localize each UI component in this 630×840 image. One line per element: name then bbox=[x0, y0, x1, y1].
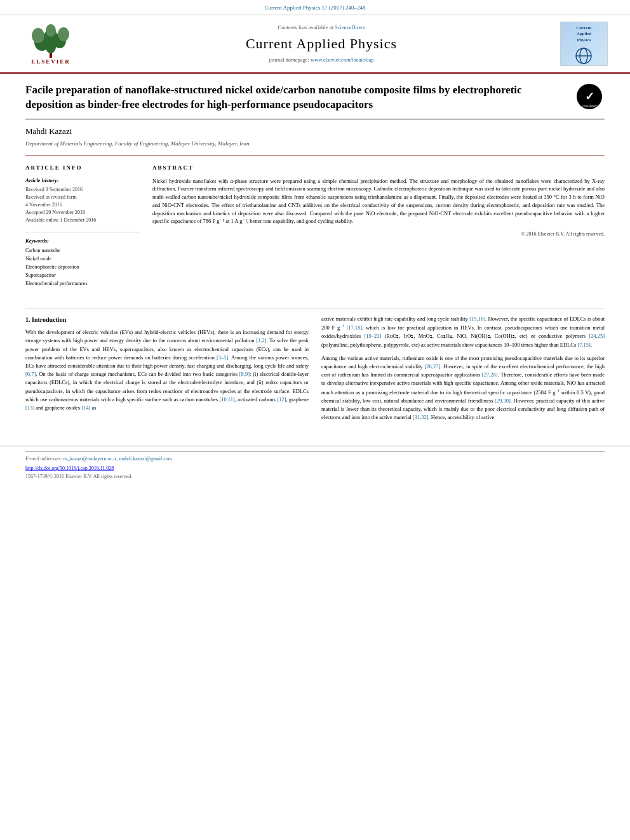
main-body: 1. Introduction With the development of … bbox=[25, 308, 605, 427]
sciencedirect-text: Contents lists available at ScienceDirec… bbox=[83, 24, 560, 32]
intro-section-title: 1. Introduction bbox=[25, 315, 309, 324]
citation-13[interactable]: [13] bbox=[25, 404, 34, 411]
citation-14[interactable]: [14] bbox=[81, 404, 90, 411]
abstract-heading: ABSTRACT bbox=[152, 164, 605, 172]
journal-logo-box: Current Applied Physics bbox=[560, 22, 608, 66]
abstract-column: ABSTRACT Nickel hydroxide nanoflakes wit… bbox=[152, 164, 605, 295]
intro-paragraph-3: Among the various active materials, ruth… bbox=[321, 354, 605, 422]
elsevier-tree-icon bbox=[24, 23, 78, 61]
article-title: Facile preparation of nanoflake-structur… bbox=[25, 83, 576, 112]
doi-link[interactable]: http://dx.doi.org/10.1016/j.cap.2016.11.… bbox=[25, 465, 114, 471]
journal-title: Current Applied Physics bbox=[83, 34, 560, 54]
section-number: 1. bbox=[25, 316, 30, 323]
body-left-column: 1. Introduction With the development of … bbox=[25, 315, 309, 427]
citation-27-28[interactable]: [27,28] bbox=[482, 371, 498, 378]
article-history-label: Article history: bbox=[25, 177, 140, 185]
email-label: E-mail addresses: bbox=[25, 456, 62, 462]
article-info-column: ARTICLE INFO Article history: Received 3… bbox=[25, 164, 140, 295]
svg-text:CrossMark: CrossMark bbox=[582, 104, 598, 108]
keyword-3: Electrophoretic deposition bbox=[25, 263, 140, 272]
keywords-section: Keywords: Carbon nanotube Nickel oxide E… bbox=[25, 237, 140, 288]
logo-line2: Applied bbox=[576, 31, 591, 37]
journal-header: ELSEVIER Contents lists available at Sci… bbox=[0, 15, 630, 74]
svg-point-5 bbox=[32, 28, 44, 43]
email-link-1[interactable]: m_kazazi@malayeru.ac.ir bbox=[64, 456, 116, 462]
article-content: Facile preparation of nanoflake-structur… bbox=[0, 74, 630, 436]
received-revised-date: 4 November 2016 bbox=[25, 201, 140, 209]
crossmark-icon: ✓ CrossMark bbox=[576, 83, 603, 110]
received-date1: Received 3 September 2016 bbox=[25, 186, 140, 194]
journal-reference-link[interactable]: Current Applied Physics 17 (2017) 240–24… bbox=[264, 4, 365, 11]
journal-homepage: journal homepage: www.elsevier.com/locat… bbox=[83, 57, 560, 64]
page-footer: E-mail addresses: m_kazazi@malayeru.ac.i… bbox=[0, 446, 630, 486]
section-label: Introduction bbox=[32, 316, 66, 323]
footer-divider bbox=[25, 451, 605, 452]
article-body: ARTICLE INFO Article history: Received 3… bbox=[25, 156, 605, 295]
intro-paragraph-2: active materials exhibit high rate capab… bbox=[321, 315, 605, 349]
copyright-text: © 2016 Elsevier B.V. All rights reserved… bbox=[152, 230, 605, 237]
available-date: Available online 1 December 2016 bbox=[25, 217, 140, 224]
citation-15-16[interactable]: [15,16] bbox=[469, 316, 485, 322]
citation-3-5[interactable]: [3–5] bbox=[217, 354, 228, 361]
keyword-2: Nickel oxide bbox=[25, 255, 140, 263]
email-link-2[interactable]: mahdi.kazazi@gmail.com bbox=[119, 456, 172, 462]
citation-12[interactable]: [12] bbox=[277, 396, 286, 403]
journal-header-center: Contents lists available at ScienceDirec… bbox=[83, 24, 560, 64]
article-title-section: Facile preparation of nanoflake-structur… bbox=[25, 83, 605, 119]
citation-19-23[interactable]: [19–23] bbox=[364, 333, 381, 339]
body-right-column: active materials exhibit high rate capab… bbox=[321, 315, 605, 427]
sciencedirect-link[interactable]: ScienceDirect bbox=[335, 24, 365, 30]
intro-paragraph-1: With the development of electric vehicle… bbox=[25, 328, 309, 412]
top-bar: Current Applied Physics 17 (2017) 240–24… bbox=[0, 0, 630, 15]
citation-8-9[interactable]: [8,9] bbox=[239, 371, 250, 377]
citation-1-2[interactable]: [1,2] bbox=[256, 337, 266, 343]
svg-text:✓: ✓ bbox=[585, 90, 594, 103]
citation-17-18[interactable]: [17,18] bbox=[346, 324, 362, 331]
article-history-section: Article history: Received 3 September 20… bbox=[25, 177, 140, 225]
crossmark-badge: ✓ CrossMark bbox=[576, 83, 605, 112]
divider bbox=[25, 232, 140, 232]
elsevier-logo: ELSEVIER bbox=[19, 23, 83, 66]
keywords-label: Keywords: bbox=[25, 237, 140, 245]
elsevier-wordmark: ELSEVIER bbox=[31, 58, 70, 66]
citation-29-30[interactable]: [29,30] bbox=[495, 397, 511, 404]
keyword-4: Supercapacitor bbox=[25, 272, 140, 280]
svg-point-6 bbox=[58, 27, 69, 41]
author-affiliation: Department of Materials Engineering, Fac… bbox=[25, 140, 605, 148]
received-revised-label: Received in revised form bbox=[25, 194, 140, 201]
citation-26-27[interactable]: [26,27] bbox=[424, 363, 440, 370]
citation-10-11[interactable]: [10,11] bbox=[219, 396, 234, 403]
elsevier-logo-section: ELSEVIER bbox=[19, 23, 83, 66]
svg-point-7 bbox=[46, 24, 56, 37]
accepted-date: Accepted 29 November 2016 bbox=[25, 209, 140, 217]
footer-email: E-mail addresses: m_kazazi@malayeru.ac.i… bbox=[25, 455, 605, 462]
keyword-5: Electrochemical performances bbox=[25, 280, 140, 288]
citation-7-15[interactable]: [7,15] bbox=[577, 342, 591, 348]
journal-homepage-link[interactable]: www.elsevier.com/locate/cap bbox=[311, 57, 374, 63]
footer-doi: http://dx.doi.org/10.1016/j.cap.2016.11.… bbox=[25, 465, 605, 472]
footer-copyright: 1567-1739/© 2016 Elsevier B.V. All right… bbox=[25, 473, 605, 480]
abstract-text: Nickel hydroxide nanoflakes with α-phase… bbox=[152, 177, 605, 226]
journal-logo-graphic bbox=[570, 46, 598, 65]
page: Current Applied Physics 17 (2017) 240–24… bbox=[0, 0, 630, 840]
citation-31-32[interactable]: [31,32] bbox=[413, 414, 429, 420]
author-name: Mahdi Kazazi bbox=[25, 126, 605, 137]
journal-logo-box-section: Current Applied Physics bbox=[560, 22, 611, 66]
article-info-heading: ARTICLE INFO bbox=[25, 164, 140, 172]
logo-line1: Current bbox=[576, 25, 591, 32]
logo-line3: Physics bbox=[576, 37, 591, 44]
keyword-1: Carbon nanotube bbox=[25, 247, 140, 255]
citation-24-25[interactable]: [24,25] bbox=[589, 333, 605, 339]
citation-6-7[interactable]: [6,7] bbox=[25, 371, 36, 377]
